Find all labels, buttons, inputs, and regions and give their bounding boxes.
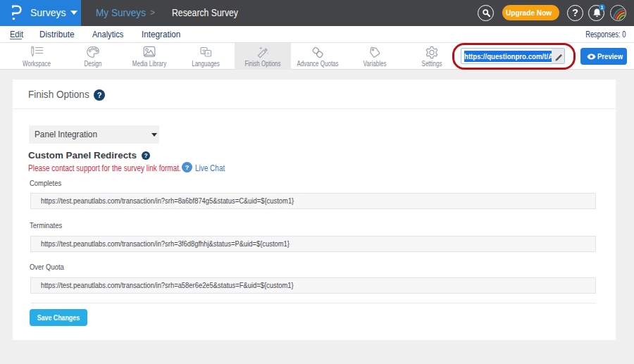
svg-text:A: A (206, 51, 209, 56)
svg-text:文: 文 (201, 49, 206, 54)
svg-text:?: ? (144, 153, 147, 159)
svg-text:?: ? (97, 91, 102, 99)
